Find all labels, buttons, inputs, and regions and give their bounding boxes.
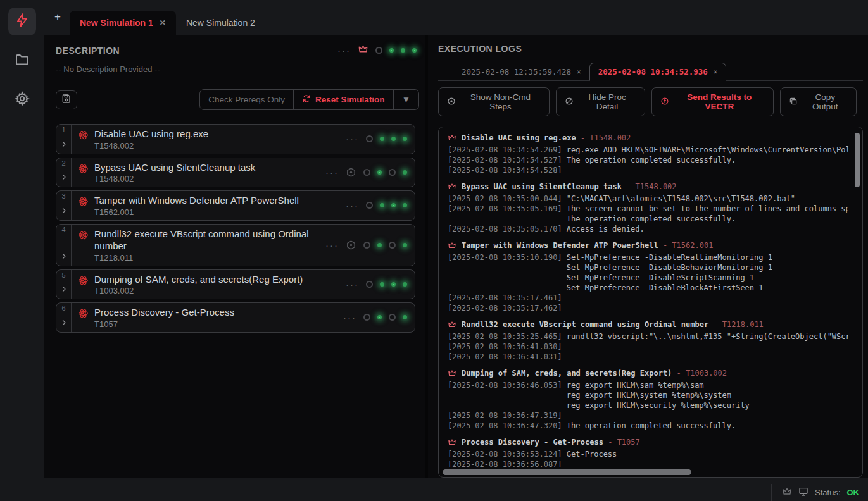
status-light-off: [366, 281, 373, 288]
atomic-test-icon: [78, 308, 89, 319]
step-row[interactable]: 3 Tamper with Windows Defender ATP Power…: [56, 190, 415, 221]
log-section: Disable UAC using reg.exe - T1548.002[20…: [448, 133, 848, 175]
status-light-off: [389, 242, 396, 249]
check-prereqs-label: Check Prereqs Only: [208, 95, 285, 104]
atomic-test-icon: [78, 230, 89, 240]
log-section-tcode: - T1057: [603, 438, 640, 447]
log-section: Rundll32 execute VBscript command using …: [448, 319, 848, 362]
step-number: 3: [61, 192, 65, 200]
crown-icon: [448, 320, 456, 329]
close-icon[interactable]: ✕: [577, 68, 581, 76]
overflow-menu-icon[interactable]: ···: [337, 45, 351, 56]
log-line: [2025-02-08 10:35:05.169] The screen can…: [448, 204, 848, 214]
log-line: Set-MpPreference -DisableBehaviorMonitor…: [448, 263, 848, 273]
step-indicators: ···: [346, 200, 407, 211]
log-section-tcode: - T1548.002: [576, 133, 631, 142]
close-icon[interactable]: ✕: [714, 68, 718, 76]
log-content: Disable UAC using reg.exe - T1548.002[20…: [448, 133, 848, 469]
log-tab-label: 2025-02-08 10:34:52.936: [598, 67, 708, 77]
close-icon[interactable]: ✕: [160, 18, 166, 27]
steps-list: 1 Disable UAC using reg.exe T1548.002 ··…: [56, 124, 419, 333]
log-line: [2025-02-08 10:36:56.087]: [448, 459, 848, 469]
log-line: [2025-02-08 10:34:54.269] reg.exe ADD HK…: [448, 145, 848, 155]
status-light-off: [363, 314, 370, 321]
overflow-menu-icon[interactable]: ···: [325, 167, 339, 178]
run-options-caret-button[interactable]: ▼: [394, 90, 418, 109]
status-light-on: [377, 315, 382, 319]
overflow-menu-icon[interactable]: ···: [325, 240, 339, 250]
send-results-to-vectr-button[interactable]: Send Results to VECTR: [651, 87, 774, 116]
refresh-icon: [302, 94, 311, 105]
copy-output-button[interactable]: Copy Output: [780, 87, 857, 116]
step-row[interactable]: 6 Process Discovery - Get-Process T1057 …: [56, 302, 415, 333]
status-light-on: [380, 137, 384, 141]
chevron-right-icon[interactable]: [60, 318, 68, 329]
chevron-right-icon[interactable]: [60, 172, 68, 183]
tab-new-simulation-1[interactable]: New Simulation 1 ✕: [70, 11, 176, 35]
copy-output-label: Copy Output: [802, 92, 848, 111]
chevron-right-icon[interactable]: [60, 139, 68, 151]
log-line: [2025-02-08 10:36:41.030]: [448, 342, 848, 352]
log-line: [2025-02-08 10:34:54.527] The operation …: [448, 155, 848, 165]
overflow-menu-icon[interactable]: ···: [346, 279, 359, 290]
hide-proc-detail-button[interactable]: Hide Proc Detail: [556, 87, 645, 116]
step-number: 5: [61, 271, 65, 279]
overflow-menu-icon[interactable]: ···: [346, 133, 359, 144]
eye-icon: [447, 97, 456, 108]
tab-new-simulation-2[interactable]: New Simulation 2: [176, 11, 265, 35]
log-section: Dumping of SAM, creds, and secrets(Reg E…: [448, 368, 848, 431]
log-section: Tamper with Windows Defender ATP PowerSh…: [448, 240, 848, 313]
step-title: Rundll32 execute VBscript command using …: [94, 228, 317, 252]
sidebar-item-files[interactable]: [8, 47, 36, 75]
atomic-test-icon: [78, 163, 89, 174]
status-light-on: [403, 282, 407, 287]
check-prereqs-button[interactable]: Check Prereqs Only: [200, 90, 294, 109]
log-section: Process Discovery - Get-Process - T1057[…: [448, 437, 848, 469]
step-title: Tamper with Windows Defender ATP PowerSh…: [94, 194, 299, 207]
step-row[interactable]: 4 Rundll32 execute VBscript command usin…: [56, 224, 415, 266]
status-light-off: [366, 135, 373, 142]
chevron-right-icon[interactable]: [60, 206, 68, 217]
status-light-on: [412, 48, 417, 53]
step-technique-id: T1548.002: [94, 141, 208, 151]
status-light-off: [375, 47, 382, 54]
status-light-off: [389, 169, 396, 176]
horizontal-scrollbar[interactable]: [443, 469, 691, 475]
log-line: [2025-02-08 10:34:54.528]: [448, 165, 848, 175]
status-bar: Status: OK: [0, 484, 868, 501]
step-row[interactable]: 5 Dumping of SAM, creds, and secrets(Reg…: [56, 269, 415, 300]
app-window: + New Simulation 1 ✕ New Simulation 2 DE…: [0, 0, 868, 501]
log-section: Bypass UAC using SilentCleanup task - T1…: [448, 182, 848, 234]
tab-label: New Simulation 1: [80, 18, 153, 28]
sidebar-item-simulations[interactable]: [8, 8, 36, 35]
log-toolbar: Show Non-Cmd Steps Hide Proc Detail Send…: [438, 87, 863, 116]
show-noncmd-steps-button[interactable]: Show Non-Cmd Steps: [438, 87, 550, 116]
lightning-icon: [15, 13, 30, 30]
log-line: [2025-02-08 10:36:46.053] reg export HKL…: [448, 380, 848, 390]
overflow-menu-icon[interactable]: ···: [346, 200, 359, 211]
log-tab-active[interactable]: 2025-02-08 10:34:52.936 ✕: [589, 63, 727, 81]
save-button[interactable]: [56, 90, 77, 109]
status-light-on: [391, 282, 396, 287]
sidebar-item-settings[interactable]: [8, 86, 36, 114]
status-light-on: [403, 137, 407, 141]
hide-proc-label: Hide Proc Detail: [578, 92, 636, 111]
status-light-off: [389, 314, 396, 321]
status-light-on: [403, 203, 407, 207]
log-tab-inactive[interactable]: 2025-02-08 12:35:59.428 ✕: [453, 63, 589, 80]
hexagon-icon: [346, 167, 356, 178]
step-technique-id: T1548.002: [94, 174, 255, 183]
chevron-right-icon[interactable]: [60, 251, 68, 263]
simulation-toolbar: Check Prereqs Only Reset Simulation ▼: [56, 89, 419, 110]
step-row[interactable]: 2 Bypass UAC using SilentCleanup task T1…: [56, 158, 415, 188]
upload-circle-icon: [660, 97, 669, 108]
overflow-menu-icon[interactable]: ···: [343, 312, 356, 323]
step-row[interactable]: 1 Disable UAC using reg.exe T1548.002 ··…: [56, 124, 415, 154]
add-tab-button[interactable]: +: [49, 11, 70, 35]
vertical-scrollbar[interactable]: [855, 133, 860, 187]
reset-simulation-button[interactable]: Reset Simulation: [294, 90, 394, 109]
log-line: reg export HKLM\security %temp%\security: [448, 400, 848, 411]
log-line: [2025-02-08 10:35:17.462]: [448, 303, 848, 313]
status-value: OK: [847, 488, 860, 497]
chevron-right-icon[interactable]: [60, 284, 68, 295]
